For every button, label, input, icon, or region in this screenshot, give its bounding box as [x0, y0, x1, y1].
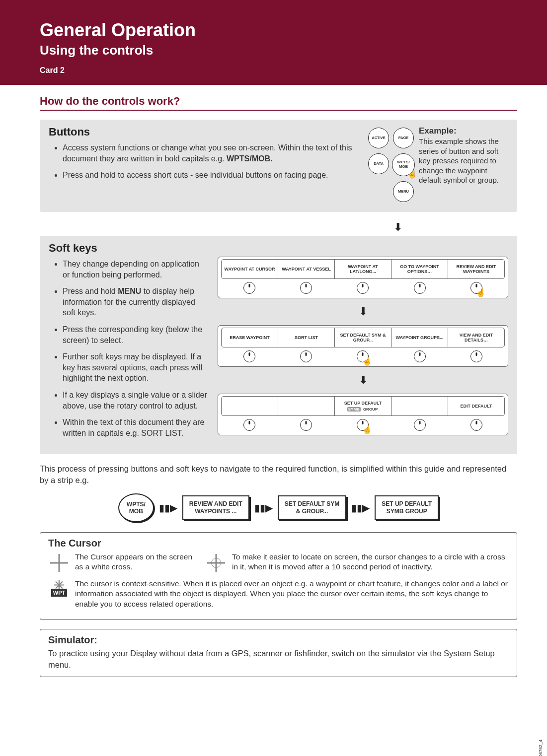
sk-knob [243, 350, 255, 362]
buttons-bullet-1: Access system functions or change what y… [63, 142, 358, 164]
sk-r3-c3: SET UP DEFAULT SYMB GROUP [335, 397, 391, 415]
softkeys-bullet-5: If a key displays a single value or a sl… [63, 390, 208, 411]
softkey-row-3: SET UP DEFAULT SYMB GROUP EDIT DEFAULT ☝ [218, 394, 508, 435]
sk-r2-c1: ERASE WAYPOINT [222, 328, 278, 347]
navigation-strip: WPTS/ MOB ▮▮▶ REVIEW AND EDIT WAYPOINTS … [40, 493, 517, 522]
sk-r1-c5: REVIEW AND EDIT WAYPOINTS [448, 260, 504, 278]
sk-r2-c3: SET DEFAULT SYM & GROUP... [335, 328, 391, 347]
simulator-text: To practice using your Display without d… [48, 648, 509, 671]
down-arrow-icon: ⬇ [218, 305, 508, 318]
cursor-text-2: To make it easier to locate on screen, t… [232, 552, 509, 574]
cursor-wpt-icon: ✳ WPT [48, 579, 70, 601]
softkey-row-1: WAYPOINT AT CURSOR WAYPOINT AT VESSEL WA… [218, 257, 508, 298]
sk-knob [470, 350, 482, 362]
strip-box-3-label: SET UP DEFAULT SYMB GROUP [382, 500, 432, 514]
strip-hw-button-label: WPTS/ MOB [127, 501, 146, 515]
softkeys-diagram: WAYPOINT AT CURSOR WAYPOINT AT VESSEL WA… [218, 242, 508, 444]
example-heading: Example: [419, 126, 457, 136]
sk-knob [300, 419, 312, 431]
sk-r1-c3: WAYPOINT AT LAT/LONG... [335, 260, 391, 278]
sk-r2-c4: WAYPOINT GROUPS... [391, 328, 448, 347]
softkeys-panel: Soft keys They change depending on appli… [40, 236, 517, 454]
sk-knob [414, 419, 426, 431]
strip-box-2-label: SET DEFAULT SYM & GROUP... [285, 500, 339, 514]
cursor-text-1: The Cursor appears on the screen as a wh… [75, 552, 197, 574]
page-header: General Operation Using the controls Car… [0, 0, 547, 85]
hw-btn-wpts-label: WPTS/ MOB [397, 160, 409, 169]
wpt-label: WPT [51, 589, 67, 597]
page-title: General Operation [40, 20, 547, 41]
strip-box-1-label: REVIEW AND EDIT WAYPOINTS ... [189, 500, 242, 514]
hw-btn-active: ACTIVE [368, 128, 389, 148]
sk-r3-c5: EDIT DEFAULT [448, 397, 504, 415]
down-arrow-icon: ⬇ [218, 374, 508, 387]
sk-knob-selected: ☝ [357, 350, 369, 362]
sk-r3-c3-label: SET UP DEFAULT [344, 401, 382, 406]
cursor-circle-cross-icon [205, 552, 227, 574]
example-text: Example: This example shows the series o… [419, 126, 508, 185]
sk-knob [300, 350, 312, 362]
buttons-bullet-2: Press and hold to access short cuts - se… [63, 170, 358, 181]
cursor-cross-icon [48, 552, 70, 574]
strip-intro-text: This process of pressing buttons and sof… [40, 463, 517, 486]
sk-r1-c4: GO TO WAYPOINT OPTIONS… [391, 260, 448, 278]
sk-toggle-symb: SYMB [347, 407, 361, 412]
buttons-bullet-1-text: Access system functions or change what y… [63, 143, 352, 163]
strip-box-2: SET DEFAULT SYM & GROUP... [278, 495, 346, 520]
right-arrow-icon: ▮▮▶ [254, 502, 273, 514]
page-subtitle: Using the controls [40, 43, 547, 58]
cursor-text-3: The cursor is context-sensitive. When it… [75, 579, 509, 610]
sk-r3-c1 [222, 397, 278, 415]
strip-box-3: SET UP DEFAULT SYMB GROUP [375, 495, 439, 520]
sk-r2-c2: SORT LIST [278, 328, 335, 347]
section-question: How do the controls work? [40, 95, 517, 111]
pointing-hand-icon: ☝ [362, 425, 372, 434]
hw-btn-data: DATA [368, 153, 389, 174]
card-number: Card 2 [40, 66, 547, 75]
hw-btn-wpts: WPTS/ MOB ☝ [392, 153, 415, 176]
sk-knob-selected: ☝ [470, 282, 482, 294]
buttons-heading: Buttons [49, 126, 358, 138]
hardware-buttons-diagram: ACTIVE DATA PAGE WPTS/ MOB ☝ MENU [368, 126, 415, 202]
sk-knob [470, 419, 482, 431]
softkeys-bullet-1: They change depending on application or … [63, 259, 208, 280]
sk-r1-c2: WAYPOINT AT VESSEL [278, 260, 335, 278]
pointing-hand-icon: ☝ [362, 356, 372, 366]
sk-r3-c4 [391, 397, 448, 415]
sk-r3-c2 [278, 397, 335, 415]
pointing-hand-icon: ☝ [407, 170, 417, 179]
sk-r2-c5: VIEW AND EDIT DETAILS… [448, 328, 504, 347]
down-arrow-icon: ⬇ [278, 221, 517, 234]
softkeys-bullet-2: Press and hold MENU to display help info… [63, 286, 208, 318]
sk-knob [414, 350, 426, 362]
cursor-heading: The Cursor [48, 538, 509, 549]
sk-knob [243, 282, 255, 294]
sk-toggle-group: GROUP [362, 407, 379, 412]
sk-knob [300, 282, 312, 294]
hw-btn-page: PAGE [393, 128, 414, 148]
hw-btn-menu: MENU [393, 181, 414, 202]
softkeys-bullet-3: Press the corresponding key (below the s… [63, 324, 208, 345]
softkeys-menu-bold: MENU [118, 287, 141, 295]
buttons-bullet-1-bold: WPTS/MOB. [227, 154, 272, 163]
softkey-row-2: ERASE WAYPOINT SORT LIST SET DEFAULT SYM… [218, 325, 508, 367]
softkeys-bullet-4: Further soft keys may be displayed. If a… [63, 351, 208, 384]
simulator-panel: Simulator: To practice using your Displa… [40, 629, 517, 677]
strip-hw-button: WPTS/ MOB [118, 493, 154, 522]
simulator-heading: Simulator: [48, 634, 509, 646]
pointing-hand-icon: ☝ [476, 288, 486, 297]
strip-box-1: REVIEW AND EDIT WAYPOINTS ... [182, 495, 249, 520]
example-body: This example shows the series of button … [419, 137, 499, 184]
buttons-panel: Buttons Access system functions or chang… [40, 120, 517, 212]
softkeys-heading: Soft keys [49, 242, 208, 255]
right-arrow-icon: ▮▮▶ [159, 502, 177, 514]
sk-knob [357, 282, 369, 294]
sk-r1-c1: WAYPOINT AT CURSOR [222, 260, 278, 278]
softkeys-bullet-6: Within the text of this document they ar… [63, 417, 208, 438]
right-arrow-icon: ▮▮▶ [351, 502, 370, 514]
sk-knob [243, 419, 255, 431]
sk-knob [414, 282, 426, 294]
sk-knob-selected: ☝ [357, 419, 369, 431]
cursor-panel: The Cursor The Cursor appears on the scr… [40, 532, 517, 620]
